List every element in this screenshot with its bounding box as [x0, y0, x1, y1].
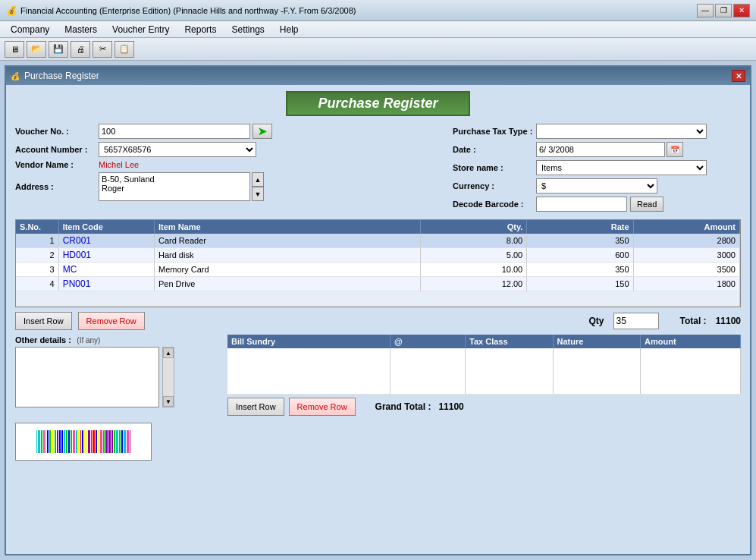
barcode-section — [15, 423, 152, 461]
qty-input[interactable] — [613, 313, 659, 329]
toolbar-open[interactable]: 📂 — [27, 41, 46, 58]
toolbar-print[interactable]: 🖨 — [71, 41, 90, 58]
page-title: Purchase Register — [286, 91, 469, 116]
bill-col-at: @ — [391, 335, 466, 348]
form-area: Voucher No. : ➤ Account Number : 5657X68… — [6, 121, 750, 218]
read-button[interactable]: Read — [630, 197, 663, 212]
store-name-row: Store name : Items — [453, 160, 741, 175]
form-left: Voucher No. : ➤ Account Number : 5657X68… — [15, 124, 438, 215]
insert-row-button[interactable]: Insert Row — [15, 312, 72, 330]
bill-insert-row-button[interactable]: Insert Row — [227, 398, 284, 416]
title-bar-text: Financial Accounting (Enterprise Edition… — [20, 6, 697, 15]
other-details-scroll-up[interactable]: ▲ — [163, 348, 174, 358]
bill-amount-cell — [641, 348, 741, 394]
table-row[interactable]: 1 CR001 Card Reader 8.00 350 2800 — [16, 234, 740, 248]
title-bar: 💰 Financial Accounting (Enterprise Editi… — [0, 0, 756, 21]
purchase-tax-type-select[interactable] — [536, 124, 707, 139]
currency-label: Currency : — [453, 181, 536, 190]
cell-item-code: PN001 — [58, 277, 154, 291]
menu-settings[interactable]: Settings — [224, 23, 271, 36]
cell-item-name: Memory Card — [154, 263, 420, 277]
col-item-code: Item Code — [58, 220, 154, 234]
date-row: Date : 📅 — [453, 142, 741, 157]
menu-bar: Company Masters Voucher Entry Reports Se… — [0, 21, 756, 38]
cell-item-name: Hard disk — [154, 248, 420, 263]
table-row[interactable]: 3 MC Memory Card 10.00 350 3500 — [16, 263, 740, 277]
decode-barcode-label: Decode Barcode : — [453, 200, 536, 209]
menu-company[interactable]: Company — [3, 23, 57, 36]
close-button[interactable]: ✕ — [733, 4, 750, 17]
col-rate: Rate — [527, 220, 633, 234]
bill-sundry-section: Bill Sundry @ Tax Class Nature Amount — [227, 335, 741, 461]
cell-amount: 1800 — [633, 277, 739, 291]
cell-sno: 4 — [16, 277, 58, 291]
voucher-row: Voucher No. : ➤ — [15, 124, 438, 139]
menu-voucher-entry[interactable]: Voucher Entry — [105, 23, 177, 36]
other-details-sub: (If any) — [77, 336, 100, 344]
inner-window: 💰 Purchase Register ✕ Purchase Register … — [5, 65, 751, 555]
cell-sno: 2 — [16, 248, 58, 263]
cell-item-code: MC — [58, 263, 154, 277]
other-details-label: Other details : (If any) — [15, 335, 220, 345]
bill-buttons-row: Insert Row Remove Row Grand Total : 1110… — [227, 395, 741, 419]
bill-remove-row-button[interactable]: Remove Row — [289, 398, 356, 416]
maximize-button[interactable]: ❐ — [715, 4, 732, 17]
remove-row-button[interactable]: Remove Row — [78, 312, 145, 330]
other-details-textarea[interactable] — [15, 347, 159, 407]
inner-title-bar: 💰 Purchase Register ✕ — [6, 67, 750, 85]
bill-sundry-row — [227, 348, 741, 394]
bill-sundry-table: Bill Sundry @ Tax Class Nature Amount — [227, 335, 741, 395]
toolbar-save[interactable]: 💾 — [49, 41, 68, 58]
store-name-label: Store name : — [453, 163, 536, 172]
barcode-input[interactable] — [536, 197, 627, 212]
inner-window-icon: 💰 — [11, 72, 20, 80]
account-number-select[interactable]: 5657X68576 — [99, 142, 256, 157]
vendor-name-label: Vendor Name : — [15, 160, 99, 169]
menu-help[interactable]: Help — [272, 23, 306, 36]
menu-reports[interactable]: Reports — [177, 23, 224, 36]
calendar-button[interactable]: 📅 — [667, 142, 683, 157]
main-area: 💰 Purchase Register ✕ Purchase Register … — [0, 61, 756, 560]
purchase-tax-type-row: Purchase Tax Type : — [453, 124, 741, 139]
toolbar-monitor[interactable]: 🖥 — [5, 41, 24, 58]
bill-nature-cell — [553, 348, 641, 394]
col-qty: Qty. — [420, 220, 526, 234]
currency-row: Currency : $ — [453, 178, 741, 193]
items-table-container: S.No. Item Code Item Name Qty. Rate Amou… — [15, 219, 741, 307]
inner-close-button[interactable]: ✕ — [732, 70, 745, 82]
cell-sno: 3 — [16, 263, 58, 277]
store-name-select[interactable]: Items — [536, 160, 707, 175]
bottom-area: Other details : (If any) ▲ ▼ — [6, 333, 750, 462]
col-amount: Amount — [633, 220, 739, 234]
voucher-no-input[interactable] — [99, 124, 250, 139]
qty-label: Qty — [589, 316, 604, 326]
address-textarea[interactable]: B-50, Sunland Roger — [99, 172, 250, 201]
cell-qty: 5.00 — [420, 248, 526, 263]
address-scroll-up[interactable]: ▲ — [252, 172, 264, 187]
toolbar-paste[interactable]: 📋 — [114, 41, 134, 58]
cell-item-code: CR001 — [58, 234, 154, 248]
bill-col-sundry: Bill Sundry — [227, 335, 391, 348]
bill-col-tax: Tax Class — [466, 335, 554, 348]
minimize-button[interactable]: — — [697, 4, 714, 17]
cell-amount: 2800 — [633, 234, 739, 248]
cell-qty: 12.00 — [420, 277, 526, 291]
voucher-arrow-button[interactable]: ➤ — [253, 124, 272, 139]
table-row[interactable]: 2 HD001 Hard disk 5.00 600 3000 — [16, 248, 740, 263]
inner-window-title: Purchase Register — [24, 71, 99, 81]
items-table: S.No. Item Code Item Name Qty. Rate Amou… — [16, 220, 740, 307]
voucher-no-label: Voucher No. : — [15, 127, 99, 136]
toolbar-cut[interactable]: ✂ — [93, 41, 112, 58]
table-row[interactable]: 4 PN001 Pen Drive 12.00 150 1800 — [16, 277, 740, 291]
address-scroll-down[interactable]: ▼ — [252, 187, 264, 201]
cell-amount: 3500 — [633, 263, 739, 277]
currency-select[interactable]: $ — [536, 178, 657, 193]
bill-col-nature: Nature — [553, 335, 641, 348]
vendor-name-row: Vendor Name : Michel Lee — [15, 160, 438, 169]
cell-qty: 8.00 — [420, 234, 526, 248]
bill-at-cell — [391, 348, 466, 394]
menu-masters[interactable]: Masters — [57, 23, 105, 36]
date-input[interactable] — [536, 142, 665, 157]
other-details-scroll-down[interactable]: ▼ — [163, 396, 174, 407]
bill-sundry-cell — [227, 348, 391, 394]
